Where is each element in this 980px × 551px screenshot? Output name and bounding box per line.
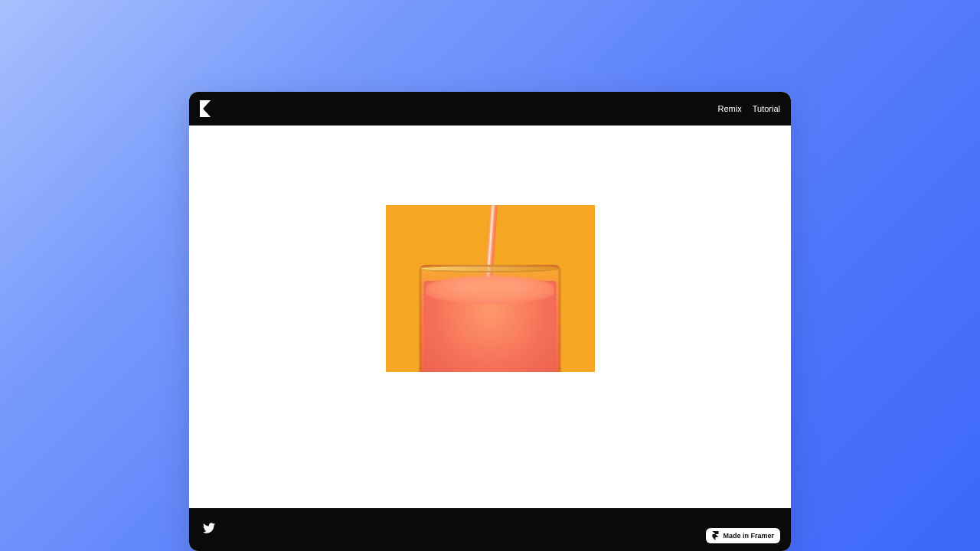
- twitter-icon: [203, 523, 215, 533]
- footer: Made in Framer: [189, 508, 791, 551]
- brand-logo[interactable]: [200, 100, 214, 117]
- app-window: Remix Tutorial Ma: [189, 92, 791, 551]
- nav-links: Remix Tutorial: [718, 104, 780, 113]
- nav-link-tutorial[interactable]: Tutorial: [753, 104, 780, 113]
- glass-body: [420, 265, 561, 372]
- brand-logo-icon: [200, 100, 214, 117]
- framer-icon: [712, 531, 719, 540]
- content-area: [189, 126, 791, 508]
- twitter-link[interactable]: [203, 523, 215, 536]
- made-in-framer-badge[interactable]: Made in Framer: [706, 528, 780, 543]
- drink-glass: [420, 265, 561, 372]
- glass-rim: [420, 265, 561, 272]
- hero-image: [386, 205, 595, 372]
- nav-link-remix[interactable]: Remix: [718, 104, 742, 113]
- topbar: Remix Tutorial: [189, 92, 791, 126]
- made-in-framer-label: Made in Framer: [723, 532, 774, 540]
